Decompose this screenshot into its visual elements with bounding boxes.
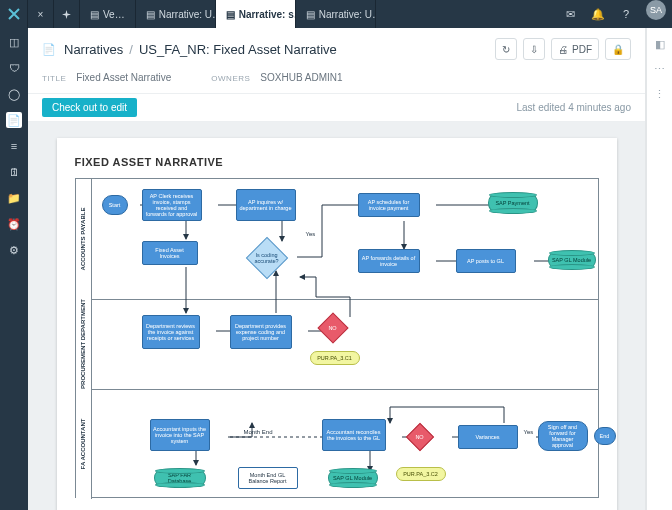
nav-dashboard-icon[interactable]: ◫ xyxy=(6,34,22,50)
tab-2[interactable]: ▤Narrative: s… xyxy=(216,0,296,28)
label-monthend: Month End xyxy=(244,429,273,435)
node-fa2: Accountant reconciles the invoices to th… xyxy=(322,419,386,451)
node-ap7: AP forwards details of invoice xyxy=(358,249,420,273)
node-fa3: NO xyxy=(408,425,432,449)
breadcrumb: Narratives / US_FA_NR: Fixed Asset Narra… xyxy=(64,42,337,57)
node-start: Start xyxy=(102,195,128,215)
node-fadb: SAP FAR Database xyxy=(154,469,206,487)
nav-shield-icon[interactable]: 🛡 xyxy=(6,60,22,76)
mail-icon[interactable]: ✉ xyxy=(556,0,584,28)
node-ap9: SAP GL Module xyxy=(548,251,596,269)
close-tab-button[interactable]: × xyxy=(28,0,54,28)
lane-fa: FA ACCOUNTANT xyxy=(76,389,92,499)
node-ap3: AP schedules for invoice payment xyxy=(358,193,420,217)
lane-pd: PROCUREMENT DEPARTMENT xyxy=(76,299,92,389)
rail-more-icon[interactable]: ⋮ xyxy=(654,88,665,101)
nav-calendar-icon[interactable]: 🗓 xyxy=(6,164,22,180)
nav-alarm-icon[interactable]: ⏰ xyxy=(6,216,22,232)
tab-3[interactable]: ▤Narrative: U… xyxy=(296,0,376,28)
nav-settings-icon[interactable]: ⚙ xyxy=(6,242,22,258)
node-ref2: PUR.PA_3.C2 xyxy=(396,467,446,481)
page-title: FIXED ASSET NARRATIVE xyxy=(75,156,599,168)
refresh-button[interactable]: ↻ xyxy=(495,38,517,60)
help-icon[interactable]: ? xyxy=(612,0,640,28)
node-ref1: PUR.PA_3.C1 xyxy=(310,351,360,365)
doc-icon: ▤ xyxy=(90,9,99,20)
last-edited: Last edited 4 minutes ago xyxy=(516,102,631,113)
node-fa5: Sign off and forward for Manager approva… xyxy=(538,421,588,451)
label-yes2: Yes xyxy=(524,429,534,435)
tab-0[interactable]: ▤Ve… xyxy=(80,0,136,28)
rail-activity-icon[interactable]: ◧ xyxy=(655,38,665,51)
node-fa1: Accountant inputs the invoice into the S… xyxy=(150,419,210,451)
node-pd2: Department provides expense coding and p… xyxy=(230,315,292,349)
crumb-root[interactable]: Narratives xyxy=(64,42,123,57)
node-pd3: NO xyxy=(320,315,346,341)
nav-refresh-icon[interactable]: ◯ xyxy=(6,86,22,102)
doc-icon: ▤ xyxy=(306,9,315,20)
nav-folder-icon[interactable]: 📁 xyxy=(6,190,22,206)
node-ap5: Fixed Asset Invoices xyxy=(142,241,198,265)
doc-title: Fixed Asset Narrative xyxy=(76,72,171,83)
crumb-title: US_FA_NR: Fixed Asset Narrative xyxy=(139,42,337,57)
node-ap8: AP posts to GL xyxy=(456,249,516,273)
download-button[interactable]: ⇩ xyxy=(523,38,545,60)
node-pd1: Department reviews the invoice against r… xyxy=(142,315,200,349)
doc-icon: ▤ xyxy=(146,9,155,20)
node-fa6: End xyxy=(594,427,616,445)
node-ap4: SAP Payment xyxy=(488,193,538,213)
flowchart: ACCOUNTS PAYABLE PROCUREMENT DEPARTMENT … xyxy=(75,178,599,498)
bell-icon[interactable]: 🔔 xyxy=(584,0,612,28)
tab-1[interactable]: ▤Narrative: U… xyxy=(136,0,216,28)
label-yes: Yes xyxy=(306,231,316,237)
checkout-button[interactable]: Check out to edit xyxy=(42,98,137,117)
nav-list-icon[interactable]: ≡ xyxy=(6,138,22,154)
doc-icon: ▤ xyxy=(226,9,235,20)
node-fa4: Variances xyxy=(458,425,518,449)
user-avatar[interactable]: SA xyxy=(646,0,666,20)
lane-ap: ACCOUNTS PAYABLE xyxy=(76,179,92,299)
doc-owner: SOXHUB ADMIN1 xyxy=(260,72,342,83)
node-ap6: Is coding accurate? xyxy=(250,241,284,275)
doc-large-icon: 📄 xyxy=(42,43,56,56)
lock-button[interactable]: 🔒 xyxy=(605,38,631,60)
node-fagl: SAP GL Module xyxy=(328,469,378,487)
pin-tab-button[interactable] xyxy=(54,0,80,28)
print-pdf-button[interactable]: 🖨 PDF xyxy=(551,38,599,60)
node-ap2: AP inquires w/ department in charge xyxy=(236,189,296,221)
brand-logo[interactable] xyxy=(0,0,28,28)
node-ap1: AP Clerk receives invoice, stamps receiv… xyxy=(142,189,202,221)
nav-document-icon[interactable]: 📄 xyxy=(6,112,22,128)
rail-comments-icon[interactable]: ⋯ xyxy=(654,63,665,76)
node-farep: Month End GL Balance Report xyxy=(238,467,298,489)
document-page: FIXED ASSET NARRATIVE ACCOUNTS PAYABLE P… xyxy=(57,138,617,510)
